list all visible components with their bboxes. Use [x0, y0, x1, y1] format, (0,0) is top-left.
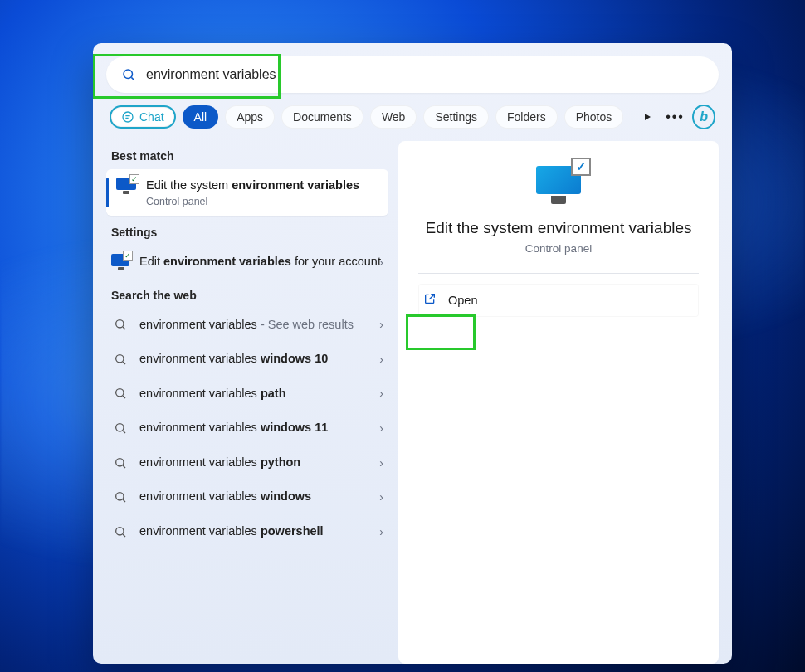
svg-point-0	[124, 70, 133, 79]
filter-settings[interactable]: Settings	[423, 105, 489, 129]
best-match-subtitle: Control panel	[146, 196, 359, 207]
web-item-label: environment variables - See web results	[139, 317, 382, 334]
detail-icon-wrap: ✓	[418, 166, 699, 204]
monitor-icon: ✓	[116, 178, 136, 194]
web-item-0[interactable]: environment variables - See web results …	[106, 309, 388, 342]
open-external-icon	[423, 292, 437, 309]
chevron-right-icon: ›	[379, 456, 383, 470]
chevron-right-icon: ›	[379, 525, 383, 538]
chevron-right-icon: ›	[379, 318, 383, 331]
play-icon[interactable]	[637, 105, 658, 129]
svg-line-14	[123, 499, 125, 502]
web-item-2[interactable]: environment variables path ›	[106, 377, 388, 411]
chevron-right-icon: ›	[379, 421, 383, 435]
section-best-match: Best match	[106, 141, 388, 168]
svg-point-15	[116, 527, 124, 534]
svg-line-4	[123, 327, 125, 329]
results-column: Best match ✓ Edit the system environment…	[106, 141, 388, 664]
filter-all[interactable]: All	[183, 105, 219, 129]
filter-folders[interactable]: Folders	[495, 105, 558, 129]
web-item-1[interactable]: environment variables windows 10 ›	[106, 343, 388, 376]
bing-icon[interactable]: b	[692, 105, 715, 129]
svg-point-3	[116, 320, 124, 328]
search-icon	[121, 67, 136, 82]
svg-line-6	[123, 362, 125, 364]
web-item-5[interactable]: environment variables windows ›	[106, 480, 388, 514]
chat-icon	[121, 110, 134, 124]
search-icon	[114, 525, 127, 538]
monitor-icon: ✓	[111, 254, 129, 270]
svg-line-1	[131, 77, 134, 80]
chevron-right-icon: ›	[379, 387, 383, 400]
search-bar[interactable]	[106, 56, 719, 93]
svg-line-10	[123, 431, 125, 433]
chevron-right-icon: ›	[379, 256, 383, 269]
detail-pane: ✓ Edit the system environment variables …	[398, 141, 719, 664]
svg-point-9	[116, 424, 124, 431]
search-icon	[114, 353, 127, 366]
settings-item-edit-account-env[interactable]: ✓ Edit environment variables for your ac…	[106, 246, 388, 279]
search-icon	[114, 490, 127, 504]
best-match-item[interactable]: ✓ Edit the system environment variables …	[106, 169, 388, 216]
svg-point-2	[123, 112, 133, 122]
web-item-3[interactable]: environment variables windows 11 ›	[106, 411, 388, 445]
section-search-web: Search the web	[106, 280, 388, 307]
open-button[interactable]: Open	[418, 284, 699, 317]
web-item-6[interactable]: environment variables powershell ›	[106, 515, 388, 548]
divider	[418, 273, 699, 274]
svg-line-16	[123, 534, 125, 537]
search-panel: Chat All Apps Documents Web Settings Fol…	[93, 43, 732, 664]
search-icon	[114, 387, 127, 400]
web-item-label: environment variables path	[139, 386, 382, 402]
svg-line-12	[123, 465, 125, 468]
detail-title: Edit the system environment variables	[418, 219, 699, 237]
open-button-label: Open	[448, 294, 477, 307]
settings-item-label: Edit environment variables for your acco…	[139, 254, 382, 270]
filter-photos[interactable]: Photos	[564, 105, 624, 129]
section-settings: Settings	[106, 217, 388, 244]
web-item-label: environment variables powershell	[139, 523, 382, 540]
chevron-right-icon: ›	[379, 353, 383, 366]
svg-point-5	[116, 355, 124, 363]
web-item-label: environment variables windows 11	[139, 420, 382, 436]
filter-documents[interactable]: Documents	[281, 105, 363, 129]
search-icon	[114, 318, 127, 331]
svg-point-7	[116, 389, 124, 397]
chat-pill-label: Chat	[139, 110, 164, 124]
web-item-4[interactable]: environment variables python ›	[106, 446, 388, 480]
web-item-label: environment variables windows	[139, 489, 382, 505]
svg-point-11	[116, 458, 124, 465]
search-input[interactable]	[146, 67, 704, 82]
web-item-label: environment variables windows 10	[139, 351, 382, 368]
filter-apps[interactable]: Apps	[225, 105, 275, 129]
best-match-title: Edit the system environment variables	[146, 178, 359, 194]
chevron-right-icon: ›	[379, 490, 383, 504]
detail-subtitle: Control panel	[418, 242, 699, 255]
monitor-icon: ✓	[536, 166, 581, 204]
web-item-label: environment variables python	[139, 455, 382, 471]
filter-row: Chat All Apps Documents Web Settings Fol…	[106, 105, 719, 129]
svg-point-13	[116, 493, 124, 500]
selected-accent-bar	[106, 178, 109, 207]
search-icon	[114, 421, 127, 435]
more-icon[interactable]: •••	[665, 105, 686, 129]
svg-line-8	[123, 396, 125, 398]
filter-web[interactable]: Web	[370, 105, 417, 129]
search-icon	[114, 456, 127, 470]
chat-pill[interactable]: Chat	[110, 105, 176, 129]
